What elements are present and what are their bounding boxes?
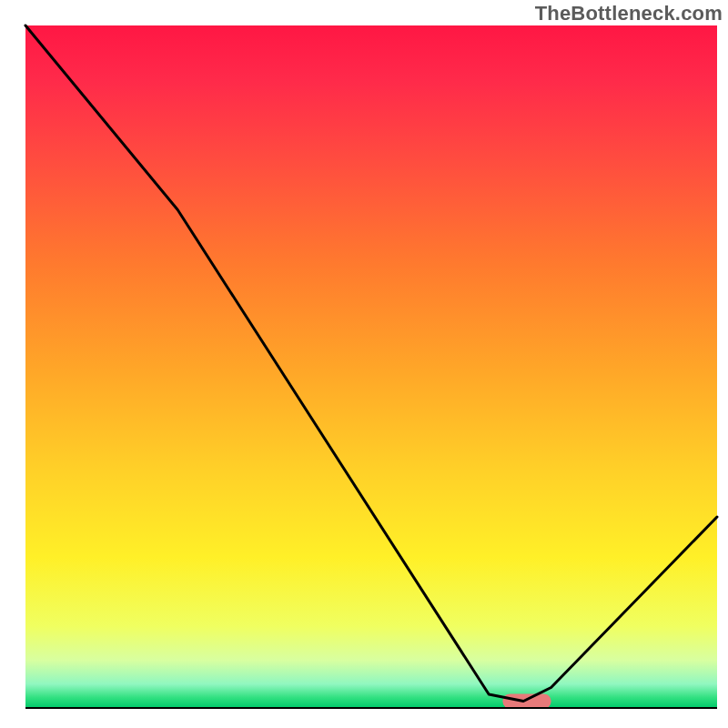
chart-container: TheBottleneck.com bbox=[0, 0, 728, 728]
plot-area bbox=[22, 22, 721, 712]
chart-svg bbox=[0, 0, 728, 728]
watermark-text: TheBottleneck.com bbox=[535, 2, 723, 25]
optimal-marker bbox=[502, 694, 551, 709]
gradient-background bbox=[25, 25, 717, 708]
